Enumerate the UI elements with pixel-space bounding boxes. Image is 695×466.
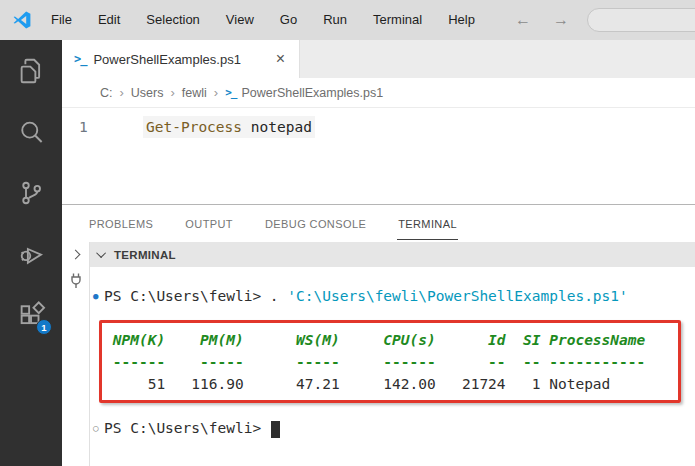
panel-left-gutter (62, 242, 90, 466)
script-path-string: 'C:\Users\fewli\PowerShellExamples.ps1' (287, 288, 627, 304)
terminal-command-line: ● PS C:\Users\fewli> . 'C:\Users\fewli\P… (90, 285, 695, 307)
menu-go[interactable]: Go (267, 0, 310, 40)
extensions-badge: 1 (36, 319, 52, 335)
sidebar-item-source-control[interactable] (0, 162, 62, 223)
tab-debug-console[interactable]: DEBUG CONSOLE (264, 207, 367, 240)
plug-icon[interactable] (68, 272, 84, 294)
process-table-values: 51 116.90 47.21 142.00 21724 1 Notepad (104, 373, 610, 395)
terminal-prompt: PS C:\Users\fewli> (104, 420, 270, 436)
menu-terminal[interactable]: Terminal (360, 0, 435, 40)
sidebar-item-explorer[interactable] (0, 40, 62, 101)
terminal-section-header[interactable]: TERMINAL (90, 242, 695, 267)
terminal-blank-line (90, 395, 695, 417)
sidebar-item-extensions[interactable]: 1 (0, 284, 62, 345)
search-icon (16, 117, 46, 147)
activity-bar: 1 (0, 40, 62, 466)
terminal-output[interactable]: ● PS C:\Users\fewli> . 'C:\Users\fewli\P… (90, 267, 695, 466)
menu-help[interactable]: Help (435, 0, 488, 40)
breadcrumb-drive[interactable]: C: (100, 86, 113, 100)
files-icon (16, 56, 46, 86)
breadcrumb: C: › Users › fewli › >_ PowerShellExampl… (62, 78, 695, 108)
forward-arrow-icon[interactable]: → (553, 11, 569, 29)
process-table-header: NPM(K) PM(M) WS(M) CPU(s) Id SI ProcessN… (104, 329, 645, 351)
process-table-value-row: 51 116.90 47.21 142.00 21724 1 Notepad (90, 373, 695, 395)
chevron-down-icon (96, 248, 106, 258)
powershell-file-icon: >_ (74, 52, 86, 66)
menu-run[interactable]: Run (310, 0, 360, 40)
code-line-1: 1 Get-Process notepad (62, 116, 695, 138)
breadcrumb-file[interactable]: PowerShellExamples.ps1 (241, 86, 383, 100)
process-table-dashes: ------ ----- ----- ------ -- -- --------… (104, 351, 645, 373)
breadcrumb-fewli[interactable]: fewli (182, 86, 207, 100)
sidebar-item-run-debug[interactable] (0, 223, 62, 284)
menu-edit[interactable]: Edit (85, 0, 133, 40)
menu-view[interactable]: View (213, 0, 267, 40)
panel-tab-bar: PROBLEMS OUTPUT DEBUG CONSOLE TERMINAL (62, 205, 695, 242)
tab-output[interactable]: OUTPUT (184, 207, 234, 240)
vscode-logo-icon (13, 11, 31, 29)
bottom-panel: PROBLEMS OUTPUT DEBUG CONSOLE TERMINAL (62, 204, 695, 466)
powershell-file-icon: >_ (225, 86, 236, 99)
terminal-blank-line (90, 307, 695, 329)
terminal-section-title: TERMINAL (114, 249, 176, 261)
terminal-prompt: PS C:\Users\fewli> . (104, 288, 287, 304)
code-text: Get-Process notepad (143, 116, 315, 138)
menu-selection[interactable]: Selection (133, 0, 212, 40)
tab-label: PowerShellExamples.ps1 (93, 52, 271, 67)
source-control-icon (16, 178, 46, 208)
command-pending-marker-icon: ○ (90, 417, 104, 439)
chevron-right-icon: › (171, 85, 175, 100)
menu-bar: File Edit Selection View Go Run Terminal… (38, 0, 488, 40)
debug-icon (16, 239, 46, 269)
sidebar-item-search[interactable] (0, 101, 62, 162)
chevron-right-icon: › (214, 85, 218, 100)
title-bar: File Edit Selection View Go Run Terminal… (0, 0, 695, 40)
panel-expand-icon[interactable] (71, 250, 81, 260)
process-table-header-row: NPM(K) PM(M) WS(M) CPU(s) Id SI ProcessN… (90, 329, 695, 351)
line-number: 1 (62, 116, 143, 138)
terminal-prompt-text: PS C:\Users\fewli> (104, 417, 280, 439)
argument-token: notepad (242, 119, 312, 135)
breadcrumb-users[interactable]: Users (131, 86, 164, 100)
terminal-command-text: PS C:\Users\fewli> . 'C:\Users\fewli\Pow… (104, 285, 628, 307)
cmdlet-token: Get-Process (146, 119, 242, 135)
back-arrow-icon[interactable]: ← (515, 11, 531, 29)
close-icon[interactable]: × (272, 50, 289, 68)
terminal-cursor (271, 421, 280, 438)
vscode-logo (12, 10, 32, 30)
command-center-search-input[interactable] (587, 8, 695, 32)
terminal-prompt-line: ○ PS C:\Users\fewli> (90, 417, 695, 439)
tab-problems[interactable]: PROBLEMS (88, 207, 154, 240)
command-run-marker-icon[interactable]: ● (90, 285, 104, 307)
tab-terminal[interactable]: TERMINAL (397, 207, 458, 240)
process-table-divider-row: ------ ----- ----- ------ -- -- --------… (90, 351, 695, 373)
tab-powershellexamples[interactable]: >_ PowerShellExamples.ps1 × (62, 40, 300, 78)
code-editor[interactable]: 1 Get-Process notepad (62, 108, 695, 204)
chevron-right-icon: › (120, 85, 124, 100)
menu-file[interactable]: File (38, 0, 85, 40)
editor-tab-strip: >_ PowerShellExamples.ps1 × (62, 40, 695, 78)
history-navigation: ← → (515, 11, 569, 29)
